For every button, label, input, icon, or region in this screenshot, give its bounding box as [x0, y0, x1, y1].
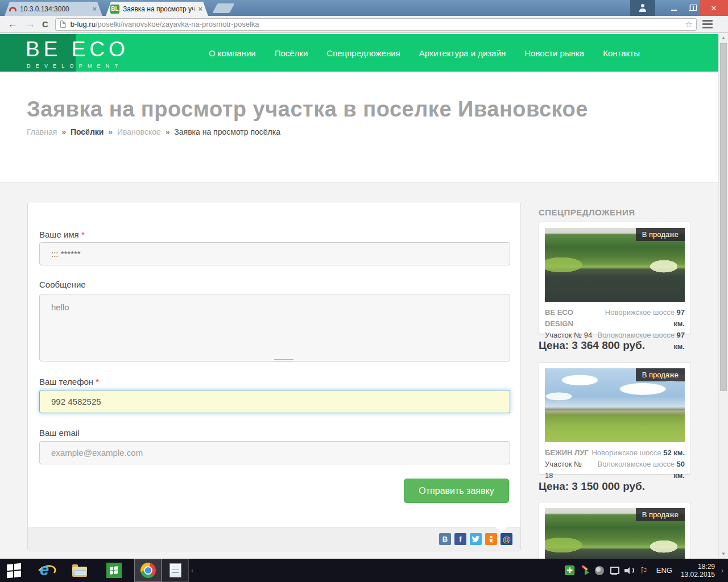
textarea-resize-handle[interactable]: [274, 358, 293, 363]
tab-close-icon[interactable]: ×: [92, 5, 97, 13]
store-icon: [106, 563, 122, 578]
offer-road: Новорижское шоссе: [605, 308, 675, 317]
offer-name: БЕЖИН ЛУГ: [545, 447, 590, 459]
page-title: Заявка на просмотр участка в поселке Ива…: [27, 97, 588, 122]
offer-road: Волоколамское шоссе: [598, 331, 675, 339]
network-icon[interactable]: [609, 567, 619, 575]
forward-button[interactable]: →: [26, 19, 35, 30]
browser-titlebar: 10.3.0.134:3000 × BL Заявка на просмотр …: [0, 0, 728, 16]
folder-icon: [72, 567, 87, 577]
offer-card-2[interactable]: В продаже БЕЖИН ЛУГ Участок № 18 Новориж…: [539, 362, 691, 475]
breadcrumb: Главная » Посёлки » Ивановское » Заявка …: [27, 127, 280, 136]
new-tab-button[interactable]: [212, 3, 234, 13]
browser-tab-1[interactable]: 10.3.0.134:3000 ×: [5, 2, 102, 16]
twitter-icon[interactable]: [470, 533, 482, 545]
offer-distance: 97 км.: [673, 308, 685, 328]
notepad-taskbar-button[interactable]: [162, 559, 189, 582]
vk-icon[interactable]: В: [439, 533, 451, 545]
facebook-icon[interactable]: f: [454, 533, 466, 545]
nav-item-company[interactable]: О компании: [209, 48, 256, 58]
offer-price: Цена: 3 150 000 руб.: [539, 480, 645, 493]
clock[interactable]: 18:29 13.02.2015: [681, 563, 715, 579]
profile-button[interactable]: [630, 0, 655, 16]
taskbar-overflow-icon[interactable]: ‹: [191, 566, 193, 575]
offer-card-3[interactable]: В продаже: [539, 502, 691, 559]
nav-item-architecture[interactable]: Архитектура и дизайн: [419, 48, 506, 58]
tab-title: Заявка на просмотр учас: [123, 5, 195, 13]
main-navigation: О компании Посёлки Спецпредложения Архит…: [209, 34, 640, 72]
browser-toolbar: ← → C b-lug.ru /poselki/ivanovskoe/zayav…: [0, 16, 728, 33]
tab-title: 10.3.0.134:3000: [20, 5, 89, 13]
minimize-button[interactable]: [665, 0, 682, 16]
chrome-menu-button[interactable]: [702, 20, 713, 28]
reload-button[interactable]: C: [42, 19, 48, 29]
status-badge: В продаже: [636, 368, 685, 381]
person-icon: [639, 9, 646, 12]
tray-date: 13.02.2015: [681, 571, 715, 579]
breadcrumb-current: Заявка на просмотр посёлка: [174, 127, 280, 136]
scrollbar-thumb[interactable]: [720, 43, 727, 391]
status-badge: В продаже: [636, 228, 685, 241]
card-footer: В f @: [28, 527, 520, 551]
back-button[interactable]: ←: [8, 19, 18, 30]
chrome-taskbar-button[interactable]: [134, 559, 162, 582]
breadcrumb-separator: »: [166, 127, 170, 136]
url-bar[interactable]: b-lug.ru /poselki/ivanovskoe/zayavka-na-…: [55, 18, 697, 31]
bookmark-star-icon[interactable]: ☆: [685, 19, 692, 30]
offer-name: BE ECO DESIGN: [545, 307, 597, 330]
page-icon: [60, 20, 66, 28]
offer-photo-field: В продаже: [545, 368, 685, 442]
message-textarea[interactable]: hello: [39, 294, 510, 361]
phone-input[interactable]: [39, 390, 510, 413]
restore-button[interactable]: [682, 0, 700, 16]
offer-distance: 52 км.: [663, 448, 685, 457]
breadcrumb-home[interactable]: Главная: [27, 127, 57, 136]
name-input[interactable]: [39, 242, 510, 265]
tab-close-icon[interactable]: ×: [198, 5, 202, 13]
browser-tab-2-active[interactable]: BL Заявка на просмотр учас ×: [106, 2, 208, 16]
web-page: BE ECO DEVELOPMENT О компании Посёлки Сп…: [0, 33, 718, 559]
language-indicator[interactable]: ENG: [656, 566, 672, 575]
show-desktop-chevron-icon[interactable]: ›: [721, 567, 723, 575]
file-explorer-button[interactable]: [66, 559, 93, 582]
close-button[interactable]: ✕: [700, 0, 728, 16]
breadcrumb-separator: »: [108, 127, 113, 136]
request-form-card: Ваше имя * Сообщение hello Ваш телефон *…: [27, 202, 521, 551]
email-label: Ваш email: [39, 428, 79, 438]
offer-road: Новорижское шоссе: [592, 448, 661, 457]
internet-explorer-button[interactable]: e: [32, 559, 59, 582]
page-scrollbar[interactable]: ▲ ▼: [718, 33, 728, 559]
breadcrumb-ivanovskoe[interactable]: Ивановское: [117, 127, 161, 136]
tray-utility-icon[interactable]: [595, 566, 604, 575]
tray-app-icon[interactable]: ✚: [565, 566, 574, 575]
submit-button[interactable]: Отправить заявку: [404, 479, 509, 503]
offer-card-1[interactable]: В продаже BE ECO DESIGN Участок № 94 Нов…: [539, 222, 691, 334]
required-mark: *: [81, 230, 85, 239]
scroll-down-icon[interactable]: ▼: [719, 551, 728, 556]
nav-item-news[interactable]: Новости рынка: [524, 48, 584, 58]
windows-logo-icon: [7, 563, 21, 578]
nav-item-contacts[interactable]: Контакты: [603, 48, 640, 58]
chrome-icon: [140, 563, 156, 578]
footer-notch: [495, 527, 508, 533]
restore-icon: [689, 6, 694, 11]
site-logo[interactable]: BE ECO: [26, 38, 129, 61]
breadcrumb-villages[interactable]: Посёлки: [71, 127, 104, 136]
nav-item-offers[interactable]: Спецпредложения: [326, 48, 400, 58]
action-center-flag-icon[interactable]: ⚐: [640, 566, 647, 576]
start-button[interactable]: [0, 559, 27, 582]
tray-recorder-icon[interactable]: [580, 566, 590, 576]
notepad-icon: [169, 563, 181, 577]
windows-store-button[interactable]: [100, 559, 127, 582]
system-tray: ✚ ⚐ ENG 18:29 13.02.2015 ›: [565, 563, 728, 579]
odnoklassniki-icon[interactable]: [485, 533, 497, 545]
required-mark: *: [96, 377, 99, 386]
nav-item-villages[interactable]: Посёлки: [275, 48, 308, 58]
taskbar: e ‹ ✚ ⚐ ENG 18:29 13.02.2015 ›: [0, 559, 728, 582]
status-badge: В продаже: [636, 508, 685, 521]
mailru-icon[interactable]: @: [500, 533, 512, 545]
email-input[interactable]: [39, 441, 510, 464]
offer-photo-lake: В продаже: [545, 228, 685, 302]
scroll-up-icon[interactable]: ▲: [719, 35, 728, 40]
volume-icon[interactable]: [624, 566, 635, 575]
